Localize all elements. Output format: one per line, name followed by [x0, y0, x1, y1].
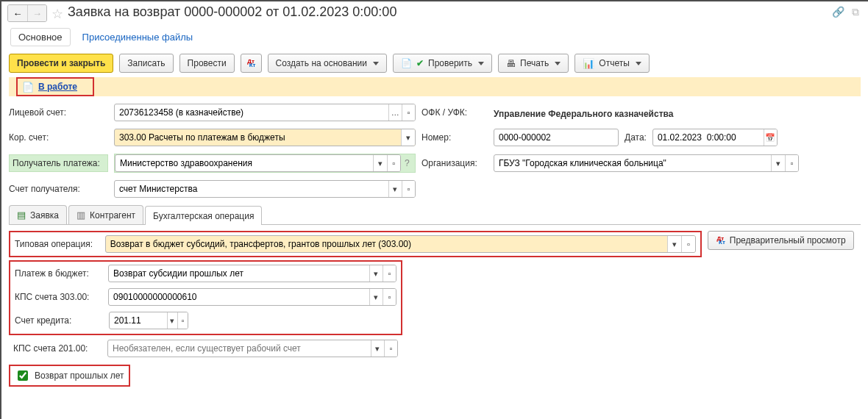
label-payee: Получатель платежа:: [9, 154, 108, 172]
check-label: Проверить: [428, 58, 472, 68]
open-button[interactable]: ▫: [384, 340, 397, 357]
budget-payment-input[interactable]: [109, 265, 369, 282]
status-link[interactable]: В работе: [38, 82, 77, 92]
tab-accounting-label: Бухгалтерская операция: [153, 211, 254, 221]
status-bar: 📄 В работе: [16, 77, 94, 96]
return-prev-years-label: Возврат прошлых лет: [35, 370, 124, 381]
credit-account-field[interactable]: ▾ ▫: [109, 312, 188, 329]
dropdown-button[interactable]: ▾: [369, 265, 383, 282]
return-prev-years-checkbox-row[interactable]: Возврат прошлых лет: [15, 368, 124, 383]
organization-field[interactable]: ▾ ▫: [494, 154, 799, 172]
caret-icon: [636, 62, 641, 65]
tab-accounting[interactable]: Бухгалтерская операция: [145, 206, 262, 225]
date-field[interactable]: 📅: [652, 129, 778, 146]
label-organization: Организация:: [421, 158, 488, 168]
budget-payment-field[interactable]: ▾ ▫: [108, 265, 396, 282]
ofk-value: Управление Федерального казначейства: [494, 106, 673, 119]
dropdown-button[interactable]: ▾: [167, 312, 177, 329]
caret-icon: [373, 62, 379, 65]
view-tab-attached[interactable]: Присоединенные файлы: [82, 32, 193, 43]
create-based-on-label: Создать на основании: [276, 58, 368, 68]
label-kor-account: Кор. счет:: [9, 132, 108, 143]
kps303-input[interactable]: [109, 289, 369, 305]
tab-counterparty[interactable]: ▥ Контрагент: [68, 205, 143, 224]
help-icon[interactable]: ?: [401, 158, 413, 168]
open-button[interactable]: ▫: [177, 312, 188, 329]
payee-field[interactable]: ▾ ▫: [115, 154, 401, 172]
link-icon[interactable]: 🔗: [832, 6, 844, 18]
dropdown-button[interactable]: ▾: [401, 129, 415, 146]
print-icon: 🖶: [506, 58, 516, 69]
kor-account-field[interactable]: ▾: [114, 129, 416, 146]
label-ofk: ОФК / УФК:: [421, 107, 488, 118]
caret-icon: [555, 62, 561, 65]
ellipsis-button[interactable]: …: [388, 104, 402, 121]
dropdown-button[interactable]: ▾: [667, 236, 681, 252]
kps201-field[interactable]: ▾ ▫: [107, 340, 398, 357]
dtkt-icon: ДтКт: [246, 60, 256, 68]
preview-label: Предварительный просмотр: [730, 235, 846, 246]
open-button[interactable]: ▫: [383, 289, 396, 305]
open-button[interactable]: ▫: [387, 155, 400, 171]
kps303-field[interactable]: ▾ ▫: [108, 288, 396, 306]
dropdown-button[interactable]: ▾: [388, 181, 402, 197]
date-input[interactable]: [653, 129, 764, 146]
open-button[interactable]: ▫: [681, 236, 695, 252]
check-button[interactable]: 📄✔ Проверить: [393, 54, 492, 73]
open-button[interactable]: ▫: [402, 104, 415, 121]
dtkt-icon: ДтКт: [716, 237, 725, 245]
number-input[interactable]: [494, 129, 618, 146]
label-number: Номер:: [421, 132, 488, 143]
nav-arrows: ← →: [7, 4, 47, 22]
calendar-button[interactable]: 📅: [764, 129, 777, 146]
favorite-star-icon[interactable]: ☆: [51, 6, 63, 22]
tab-counterparty-label: Контрагент: [90, 210, 135, 221]
label-typical-op: Типовая операция:: [15, 239, 99, 249]
personal-account-field[interactable]: … ▫: [114, 104, 416, 121]
write-button[interactable]: Записать: [119, 54, 173, 73]
return-prev-years-checkbox[interactable]: [18, 370, 28, 381]
payee-account-field[interactable]: ▾ ▫: [114, 180, 416, 198]
credit-account-input[interactable]: [110, 312, 167, 329]
nav-back-button[interactable]: ←: [8, 5, 27, 21]
number-field[interactable]: [494, 129, 619, 146]
open-button[interactable]: ▫: [785, 155, 798, 171]
page-title: Заявка на возврат 0000-000002 от 01.02.2…: [68, 4, 396, 20]
label-budget-payment: Платеж в бюджет:: [15, 268, 102, 279]
tab-request-label: Заявка: [30, 210, 59, 221]
dropdown-button[interactable]: ▾: [369, 289, 383, 305]
personal-account-input[interactable]: [115, 104, 388, 121]
print-button[interactable]: 🖶 Печать: [498, 54, 569, 73]
post-and-close-button[interactable]: Провести и закрыть: [9, 54, 113, 73]
dropdown-button[interactable]: ▾: [373, 155, 386, 171]
post-button[interactable]: Провести: [179, 54, 235, 73]
dtkt-button[interactable]: ДтКт: [241, 54, 262, 73]
organization-input[interactable]: [494, 155, 771, 171]
typical-op-field[interactable]: ▾ ▫: [105, 235, 696, 253]
typical-op-input[interactable]: [106, 236, 667, 252]
open-button[interactable]: ▫: [402, 181, 415, 197]
nav-forward-button[interactable]: →: [27, 5, 46, 21]
check-icon: ✔: [416, 58, 424, 68]
chart-icon: 📊: [583, 58, 594, 69]
reports-button[interactable]: 📊 Отчеты: [574, 54, 649, 73]
kps201-input[interactable]: [108, 340, 371, 357]
document-icon: 📄: [401, 58, 412, 68]
label-kps201: КПС счета 201.00:: [13, 343, 102, 354]
open-button[interactable]: ▫: [383, 265, 396, 282]
print-label: Печать: [520, 58, 549, 68]
tab-request[interactable]: ▤ Заявка: [9, 205, 67, 224]
payee-account-input[interactable]: [115, 181, 388, 197]
label-credit-account: Счет кредита:: [15, 315, 103, 326]
view-tab-main[interactable]: Основное: [10, 28, 71, 46]
document-icon: ▤: [17, 210, 26, 221]
reports-label: Отчеты: [599, 58, 629, 68]
dropdown-button[interactable]: ▾: [371, 340, 384, 357]
dropdown-button[interactable]: ▾: [771, 155, 784, 171]
kor-account-input[interactable]: [115, 129, 401, 146]
window-icon[interactable]: ⧉: [852, 6, 859, 18]
label-date: Дата:: [625, 132, 647, 143]
payee-input[interactable]: [115, 155, 373, 171]
create-based-on-button[interactable]: Создать на основании: [268, 54, 388, 73]
preview-button[interactable]: ДтКт Предварительный просмотр: [708, 231, 854, 250]
